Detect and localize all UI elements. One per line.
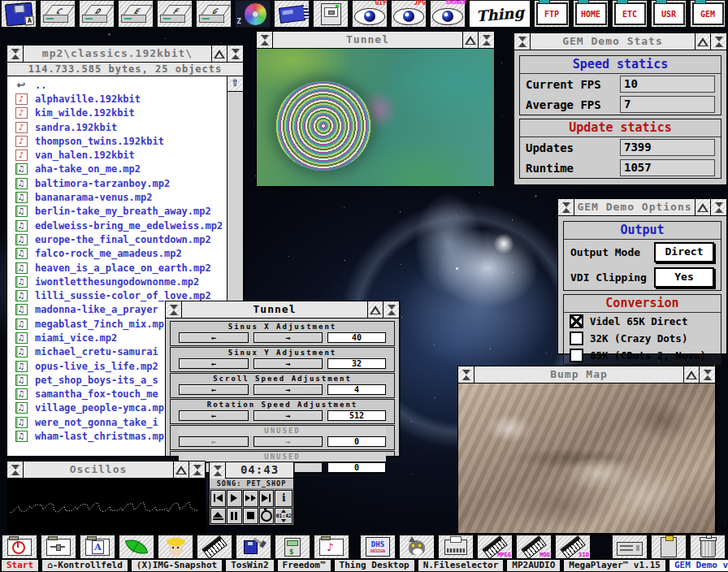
- task-label-megaplayer-v1-15[interactable]: MegaPlayer™ v1.15: [563, 559, 666, 572]
- taskbar-button-clipboard[interactable]: [651, 535, 687, 559]
- checkbox[interactable]: [570, 314, 583, 328]
- slider-increase-button[interactable]: →: [254, 332, 323, 343]
- eject-button[interactable]: [210, 508, 226, 525]
- task-label-start[interactable]: Start: [1, 559, 39, 572]
- conversion-option[interactable]: Videl 65K Direct: [564, 313, 721, 330]
- slider-decrease-button[interactable]: ←: [179, 410, 249, 421]
- toolbar-button-a[interactable]: A: [1, 0, 37, 28]
- close-button[interactable]: [458, 366, 474, 383]
- file-list-item[interactable]: ♫berlin-take_my_breath_away.mp2: [7, 205, 228, 219]
- file-list-item[interactable]: ♪sandra.192kbit: [7, 120, 228, 134]
- timer-button[interactable]: [259, 508, 275, 525]
- toolbar-button-usr[interactable]: USR: [651, 0, 687, 28]
- toolbar-button-thing[interactable]: Thing: [469, 0, 531, 28]
- fuller-button[interactable]: [695, 33, 710, 50]
- file-list-item[interactable]: ♪alphaville.192kbit: [7, 92, 228, 106]
- close-button[interactable]: [7, 462, 24, 478]
- sizer-button[interactable]: [699, 366, 715, 383]
- prev-track-button[interactable]: [210, 490, 226, 507]
- vdi-clipping-button[interactable]: Yes: [654, 267, 714, 288]
- toolbar-button-home[interactable]: HOME: [573, 0, 609, 28]
- sizer-button[interactable]: [227, 46, 243, 62]
- close-button[interactable]: [514, 33, 531, 50]
- fuller-button[interactable]: [211, 46, 227, 62]
- fuller-button[interactable]: [462, 32, 478, 48]
- file-list-item[interactable]: ♫europe-the_final_countdown.mp2: [7, 232, 228, 246]
- taskbar-button-computer[interactable]: [612, 535, 648, 559]
- file-list-item[interactable]: ♫iwontletthesungodownonme.mp2: [7, 275, 228, 288]
- slider-increase-button[interactable]: →: [254, 410, 323, 421]
- task-label-toswin2[interactable]: TosWin2: [225, 559, 274, 572]
- sizer-button[interactable]: [188, 462, 205, 478]
- toolbar-button-gif[interactable]: GIF: [352, 0, 388, 28]
- checkbox[interactable]: [570, 349, 583, 362]
- toolbar-button-z[interactable]: Z: [235, 0, 271, 28]
- checkbox[interactable]: [570, 332, 583, 345]
- counter-button[interactable]: 01:42: [275, 508, 292, 525]
- taskbar-button-folder-slider[interactable]: [41, 535, 76, 559]
- scroll-up-button[interactable]: ⇧: [228, 76, 243, 92]
- output-mode-button[interactable]: Direct: [654, 242, 714, 262]
- fast-forward-button[interactable]: [243, 490, 258, 507]
- close-button[interactable]: [257, 32, 273, 48]
- taskbar-button-sid[interactable]: SID: [555, 535, 591, 559]
- close-button[interactable]: [210, 462, 226, 479]
- taskbar-button-dhs[interactable]: DHSDESIGN: [360, 535, 396, 559]
- sizer-button[interactable]: [710, 199, 726, 215]
- file-list-item[interactable]: ♫aha-take_on_me.mp2: [7, 162, 228, 176]
- task-label-thing-desktop[interactable]: Thing Desktop: [334, 559, 415, 572]
- fuller-button[interactable]: [173, 462, 188, 478]
- fuller-button[interactable]: [683, 366, 699, 383]
- taskbar-button-keyboard[interactable]: [197, 535, 232, 559]
- close-button[interactable]: [7, 46, 24, 62]
- task-label--x-img-snapshot[interactable]: (X)IMG-Snapshot: [131, 559, 223, 572]
- file-list-item[interactable]: ♫heaven_is_a_place_on_earth.mp2: [7, 261, 228, 275]
- toolbar-button-c[interactable]: C: [40, 0, 76, 28]
- slider-decrease-button[interactable]: ←: [179, 358, 249, 369]
- close-button[interactable]: [166, 301, 182, 318]
- taskbar-button-folder-power[interactable]: [2, 535, 37, 559]
- taskbar-button-folder-note[interactable]: ♪: [314, 535, 349, 559]
- file-list-item[interactable]: ♪kim_wilde.192kbit: [7, 106, 228, 120]
- toolbar-button-ftp[interactable]: FTP: [534, 0, 570, 28]
- toolbar-button-jpg[interactable]: JPG: [391, 0, 427, 28]
- toolbar-button-d[interactable]: D: [79, 0, 115, 28]
- toolbar-button-shower[interactable]: SHOWER: [430, 0, 466, 28]
- taskbar-button-calculator[interactable]: [275, 535, 310, 559]
- conversion-option[interactable]: 32K (Crazy Dots): [564, 330, 721, 347]
- taskbar-button-trash[interactable]: [690, 535, 726, 559]
- stop-button[interactable]: [243, 508, 258, 525]
- slider-increase-button[interactable]: →: [254, 358, 323, 369]
- task-label-gem-demo-v0-1[interactable]: GEM Demo v0.1: [669, 559, 728, 572]
- slider-increase-button[interactable]: →: [254, 384, 323, 395]
- slider-decrease-button[interactable]: ←: [179, 436, 249, 447]
- task-label-mp2audio[interactable]: MP2AUDIO: [506, 559, 561, 572]
- file-list-item[interactable]: ♫falco-rock_me_amadeus.mp2: [7, 247, 228, 261]
- taskbar-button-leaf[interactable]: [119, 535, 154, 559]
- taskbar-button-floppy-hammer[interactable]: [236, 535, 271, 559]
- file-list-item[interactable]: ♫bananarama-venus.mp2: [7, 190, 228, 204]
- fuller-button[interactable]: [695, 199, 710, 215]
- toolbar-button-etc[interactable]: ETC: [612, 0, 648, 28]
- taskbar-button-wolf[interactable]: [399, 535, 435, 559]
- toolbar-button-gem[interactable]: GEM: [690, 0, 726, 28]
- slider-decrease-button[interactable]: ←: [179, 384, 249, 395]
- conversion-option[interactable]: 65K (CDots 2, Nova): [564, 347, 721, 364]
- file-list-item[interactable]: ♪van_halen.192kbit: [7, 148, 228, 162]
- close-button[interactable]: [558, 199, 574, 215]
- task-label-n-fileselector[interactable]: N.Fileselector: [418, 559, 505, 572]
- file-list-item[interactable]: ↩..: [7, 78, 228, 92]
- next-track-button[interactable]: [259, 490, 275, 507]
- fuller-button[interactable]: [367, 301, 383, 318]
- taskbar-button-folder-doc[interactable]: A: [80, 535, 115, 559]
- file-list-item[interactable]: ♫edelweiss-bring_me_edelweiss.mp2: [7, 219, 228, 232]
- toolbar-button-g[interactable]: G: [196, 0, 232, 28]
- slider-decrease-button[interactable]: ←: [179, 332, 249, 343]
- play-button[interactable]: [227, 490, 242, 507]
- taskbar-button-typewriter[interactable]: [438, 535, 474, 559]
- toolbar-button-cabinet[interactable]: [313, 0, 349, 28]
- sizer-button[interactable]: [383, 301, 399, 318]
- toolbar-button-cartridge[interactable]: [274, 0, 310, 28]
- sizer-button[interactable]: [710, 33, 726, 50]
- taskbar-button-mod[interactable]: MOD: [516, 535, 552, 559]
